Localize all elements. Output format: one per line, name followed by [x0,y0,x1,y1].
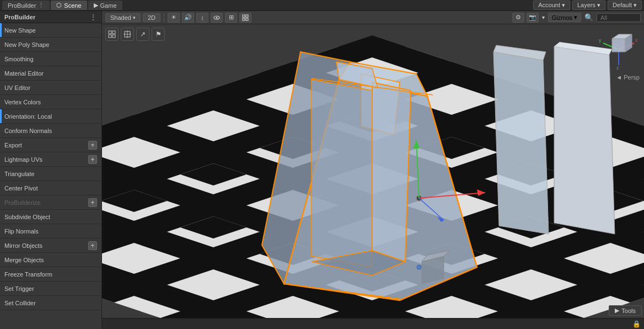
accent-bar [0,253,2,267]
layers-button[interactable]: Layers ▾ [572,1,605,10]
mirror-plus-btn[interactable]: + [88,241,97,250]
menu-label-vertex-colors: Vertex Colors [4,99,97,105]
tools-button[interactable]: ▶ Tools [609,305,642,316]
menu-label-set-trigger: Set Trigger [4,285,97,292]
camera-icon-btn[interactable]: 📷 [527,13,539,23]
menu-item-new-poly-shape[interactable]: New Poly Shape [0,38,101,52]
menu-item-flip-normals[interactable]: Flip Normals [0,224,101,238]
accent-bar [0,195,2,209]
scene-icon-flag[interactable]: ⚑ [152,28,165,41]
menu-item-mirror-objects[interactable]: Mirror Objects + [0,238,101,253]
accent-bar [0,38,2,51]
tools-label: Tools [621,307,636,314]
menu-item-material-editor[interactable]: Material Editor [0,66,101,81]
menu-item-set-trigger[interactable]: Set Trigger [0,282,101,296]
game-tab[interactable]: ▶ Game [88,1,122,10]
probuilder-header: ProBuilder ⋮ [0,11,101,23]
accent-bar [0,296,2,310]
accent-bar [0,66,2,80]
effects-icon-btn[interactable]: ↕ [196,13,208,23]
gizmos-label: Gizmos [552,14,572,21]
scene-icon-grid[interactable] [105,28,119,41]
gizmos-button[interactable]: Gizmos ▾ [548,13,581,22]
accent-bar [0,181,2,195]
2d-button[interactable]: 2D [143,13,160,22]
shading-dropdown[interactable]: Shaded [105,13,141,22]
svg-text:z: z [616,65,619,71]
menu-item-vertex-colors[interactable]: Vertex Colors [0,95,101,109]
accent-bar [0,238,2,252]
default-layout-button[interactable]: Default ▾ [608,1,642,10]
accent-bar [0,95,2,109]
camera-arrow: ▾ [542,14,545,20]
audio-icon-btn[interactable]: 🔊 [182,13,194,23]
scene-canvas[interactable]: ↗ ⚑ x y z ◄ Persp [102,24,644,318]
scene-viewport[interactable]: ↗ ⚑ x y z ◄ Persp [102,24,644,318]
menu-item-export[interactable]: Export + [0,138,101,152]
menu-item-uv-editor[interactable]: UV Editor [0,81,101,95]
export-plus-btn[interactable]: + [88,141,97,150]
lock-icon[interactable]: 🔒 [632,320,641,328]
menu-label-set-collider: Set Collider [4,300,97,306]
svg-rect-4 [243,18,245,20]
extra-icon-btn[interactable] [239,13,251,23]
svg-marker-41 [372,82,411,262]
menu-label-triangulate: Triangulate [4,171,97,177]
menu-label-probuilderize: ProBuilderize [4,199,88,206]
account-button[interactable]: Account ▾ [533,1,570,10]
scene-view-controls: ↗ ⚑ [105,28,165,41]
svg-text:x: x [635,38,638,43]
menu-item-center-pivot[interactable]: Center Pivot [0,181,101,195]
menu-item-probuilderize[interactable]: ProBuilderize + [0,195,101,210]
menu-item-new-shape[interactable]: New Shape [0,23,101,38]
probuilder-tab[interactable]: ProBuilder ⋮ [2,1,50,10]
menu-item-smoothing[interactable]: Smoothing [0,52,101,66]
panel-menu-icon[interactable]: ⋮ [89,13,97,22]
accent-bar [0,167,2,181]
menu-item-set-collider[interactable]: Set Collider [0,296,101,310]
sun-icon-btn[interactable]: ☀ [168,13,180,23]
scene-search-input[interactable] [597,13,641,22]
menu-item-freeze-transform[interactable]: Freeze Transform [0,267,101,282]
right-toolbar: ⚙ 📷 ▾ Gizmos ▾ 🔍 [509,11,644,24]
svg-point-1 [216,17,218,18]
svg-point-56 [417,265,421,269]
scene-tab-label: Scene [64,2,81,9]
gizmo-cube[interactable]: x y z [597,28,641,72]
menu-item-orientation[interactable]: Orientation: Local [0,109,101,124]
accent-bar [0,81,2,94]
lightmap-plus-btn[interactable]: + [88,155,97,164]
panel-title: ProBuilder [4,14,35,20]
visibility-icon-btn[interactable] [211,13,223,23]
accent-bar [0,124,2,137]
probuilderize-plus-btn[interactable]: + [88,198,97,207]
probuilder-tab-label: ProBuilder [8,2,36,9]
menu-label-new-poly-shape: New Poly Shape [4,41,97,48]
menu-label-lightmap-uvs: Lightmap UVs [4,156,88,163]
menu-label-export: Export [4,142,88,148]
grid-icon-btn[interactable]: ⊞ [225,13,237,23]
menu-item-lightmap-uvs[interactable]: Lightmap UVs + [0,152,101,167]
scene-tab[interactable]: ⬡ Scene [51,1,87,10]
menu-item-triangulate[interactable]: Triangulate [0,167,101,181]
menu-label-uv-editor: UV Editor [4,84,97,91]
menu-label-mirror-objects: Mirror Objects [4,242,88,249]
accent-bar [0,210,2,224]
probuilder-menu-icon[interactable]: ⋮ [38,2,44,9]
settings-icon-btn[interactable]: ⚙ [512,13,524,23]
menu-item-merge-objects[interactable]: Merge Objects [0,253,101,267]
accent-bar [0,152,2,166]
svg-rect-2 [243,15,245,17]
scene-icon-arrow[interactable]: ↗ [136,28,149,41]
menu-label-freeze-transform: Freeze Transform [4,271,97,278]
scene-icon-transform[interactable] [121,28,134,41]
accent-bar [0,224,2,238]
menu-label-center-pivot: Center Pivot [4,185,97,192]
menu-item-subdivide-object[interactable]: Subdivide Object [0,210,101,224]
svg-marker-69 [612,39,625,52]
accent-bar [0,138,2,152]
svg-marker-47 [493,52,549,234]
menu-item-conform-normals[interactable]: Conform Normals [0,124,101,138]
menu-label-merge-objects: Merge Objects [4,257,97,263]
viewport-svg [102,24,644,318]
